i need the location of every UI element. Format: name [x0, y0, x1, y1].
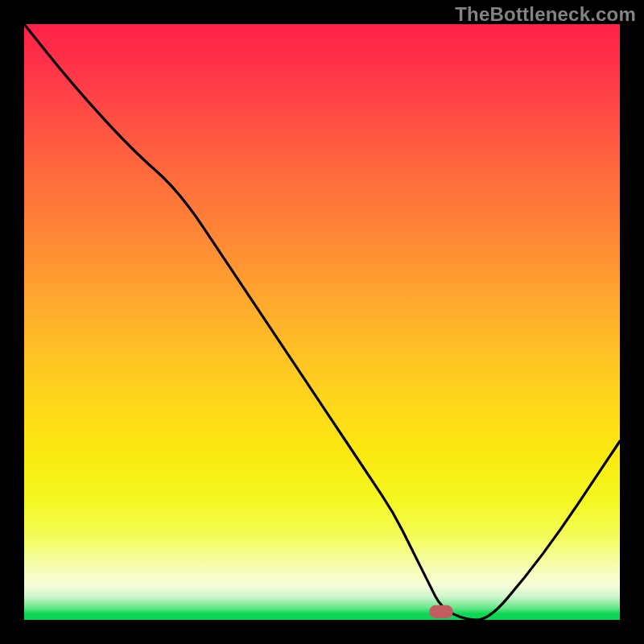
plot-area: [24, 24, 620, 620]
chart-frame: TheBottleneck.com: [0, 0, 644, 644]
optimal-marker: [429, 605, 453, 618]
curve-path: [24, 24, 620, 620]
watermark-text: TheBottleneck.com: [455, 3, 636, 26]
bottleneck-curve: [24, 24, 620, 620]
